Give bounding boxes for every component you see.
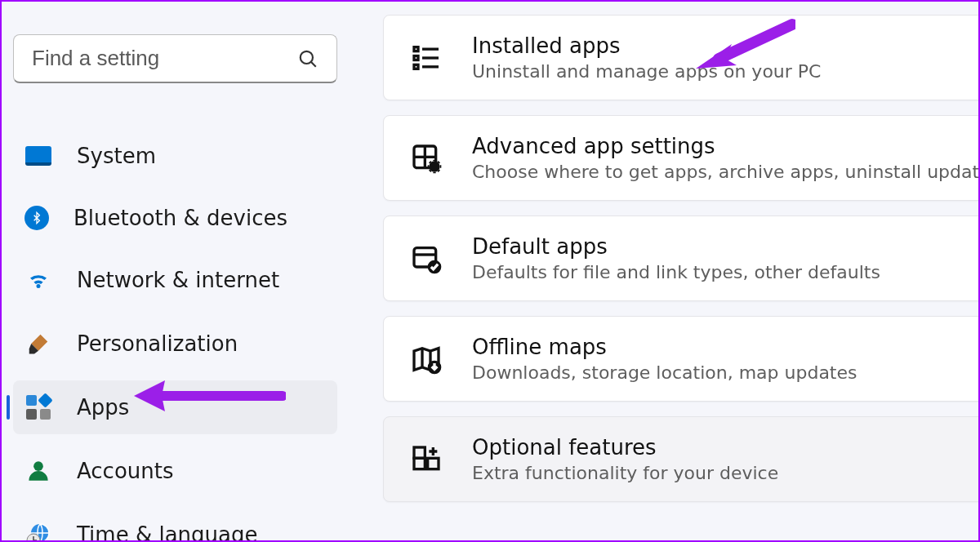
svg-rect-9 [414, 64, 418, 69]
globe-clock-icon [24, 521, 52, 542]
sidebar-item-label: Accounts [77, 459, 174, 483]
svg-rect-5 [414, 47, 418, 51]
card-installed-apps[interactable]: Installed apps Uninstall and manage apps… [383, 15, 980, 100]
sidebar-item-system[interactable]: System [13, 129, 337, 183]
sidebar-item-bluetooth[interactable]: Bluetooth & devices [13, 193, 337, 243]
card-offline-maps[interactable]: Offline maps Downloads, storage location… [383, 316, 980, 402]
card-advanced-app-settings[interactable]: Advanced app settings Choose where to ge… [383, 115, 980, 201]
card-subtitle: Uninstall and manage apps on your PC [472, 61, 821, 82]
monitor-icon [24, 142, 52, 170]
sidebar-item-accounts[interactable]: Accounts [13, 444, 337, 498]
window-check-icon [410, 242, 443, 275]
sidebar-item-time-language[interactable]: Time & language [13, 508, 337, 542]
sidebar-item-personalization[interactable]: Personalization [13, 317, 337, 371]
card-default-apps[interactable]: Default apps Defaults for file and link … [383, 215, 980, 301]
sidebar-item-label: System [77, 144, 156, 168]
card-title: Advanced app settings [472, 134, 980, 158]
card-subtitle: Extra functionality for your device [472, 463, 778, 483]
sidebar-item-label: Network & internet [77, 268, 279, 292]
list-icon [410, 42, 443, 74]
svg-rect-19 [414, 458, 425, 469]
card-title: Optional features [472, 435, 778, 460]
paintbrush-icon [24, 330, 52, 358]
wifi-icon [24, 266, 52, 294]
svg-rect-20 [428, 458, 439, 469]
search-icon [297, 48, 318, 69]
card-subtitle: Downloads, storage location, map updates [472, 362, 858, 383]
card-subtitle: Choose where to get apps, archive apps, … [472, 162, 980, 182]
sidebar-item-label: Apps [77, 395, 129, 420]
bluetooth-icon [24, 206, 49, 230]
svg-rect-21 [414, 447, 425, 458]
person-icon [24, 457, 52, 485]
sidebar-item-apps[interactable]: Apps [13, 380, 337, 434]
map-download-icon [410, 343, 443, 375]
svg-point-0 [301, 51, 313, 63]
card-subtitle: Defaults for file and link types, other … [472, 262, 880, 282]
card-title: Installed apps [472, 33, 821, 58]
search-input-container[interactable] [13, 34, 337, 83]
svg-rect-7 [414, 56, 418, 60]
card-optional-features[interactable]: Optional features Extra functionality fo… [383, 416, 980, 502]
sidebar-item-label: Time & language [77, 522, 257, 542]
sidebar-item-label: Bluetooth & devices [74, 206, 287, 230]
card-title: Offline maps [472, 335, 858, 359]
svg-point-2 [33, 461, 43, 471]
apps-icon [24, 393, 52, 421]
card-title: Default apps [472, 234, 880, 259]
svg-line-1 [311, 61, 316, 66]
sidebar-item-network[interactable]: Network & internet [13, 253, 337, 307]
grid-plus-icon [410, 443, 443, 476]
sidebar-item-label: Personalization [77, 331, 238, 356]
search-input[interactable] [32, 46, 297, 71]
grid-gear-icon [410, 142, 443, 175]
